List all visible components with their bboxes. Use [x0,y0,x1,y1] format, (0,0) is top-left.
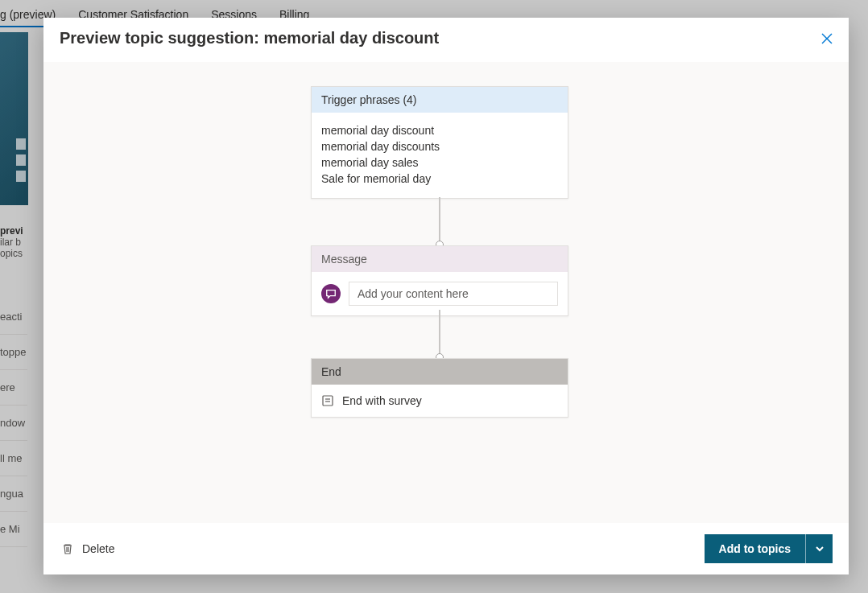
modal-header: Preview topic suggestion: memorial day d… [43,18,849,62]
add-to-topics-split[interactable] [805,534,833,563]
message-body: Add your content here [312,272,568,315]
delete-label: Delete [82,542,114,555]
bg-preview-text: previ ilar b opics [0,225,23,259]
survey-icon [321,394,334,407]
message-node[interactable]: Message Add your content here [311,245,568,316]
connector-line [439,310,440,358]
trigger-header: Trigger phrases (4) [312,87,568,113]
add-to-topics-label: Add to topics [705,534,805,563]
end-body: End with survey [312,385,568,417]
topic-canvas: Trigger phrases (4) memorial day discoun… [43,62,849,523]
modal-title: Preview topic suggestion: memorial day d… [60,29,439,47]
svg-rect-2 [323,396,333,406]
end-header: End [312,359,568,385]
delete-button[interactable]: Delete [60,539,116,558]
chevron-down-icon [815,544,825,554]
trigger-phrase: memorial day discount [321,122,558,138]
preview-topic-modal: Preview topic suggestion: memorial day d… [43,18,849,574]
bg-decorative-boxes [16,138,26,182]
message-content-input[interactable]: Add your content here [349,282,558,306]
trash-icon [61,542,74,555]
list-item[interactable]: ngua [0,476,27,512]
add-to-topics-button[interactable]: Add to topics [705,534,833,563]
end-node[interactable]: End End with survey [311,358,568,418]
list-item[interactable]: toppe [0,335,27,370]
list-item[interactable]: ndow [0,406,27,441]
modal-footer: Delete Add to topics [43,523,849,574]
end-label: End with survey [342,394,422,407]
trigger-phrase: memorial day sales [321,154,558,171]
message-header: Message [312,246,568,272]
list-item[interactable]: e Mi [0,512,27,547]
bg-list: eacti toppe ere ndow ll me ngua e Mi [0,299,27,547]
list-item[interactable]: ere [0,370,27,406]
close-icon[interactable] [821,33,833,44]
trigger-phrase-list: memorial day discount memorial day disco… [312,113,568,198]
trigger-phrase: memorial day discounts [321,138,558,154]
list-item[interactable]: ll me [0,441,27,476]
list-item[interactable]: eacti [0,299,27,335]
message-icon [321,284,341,303]
connector-line [439,197,440,245]
trigger-phrase: Sale for memorial day [321,171,558,187]
trigger-phrases-node[interactable]: Trigger phrases (4) memorial day discoun… [311,86,568,199]
